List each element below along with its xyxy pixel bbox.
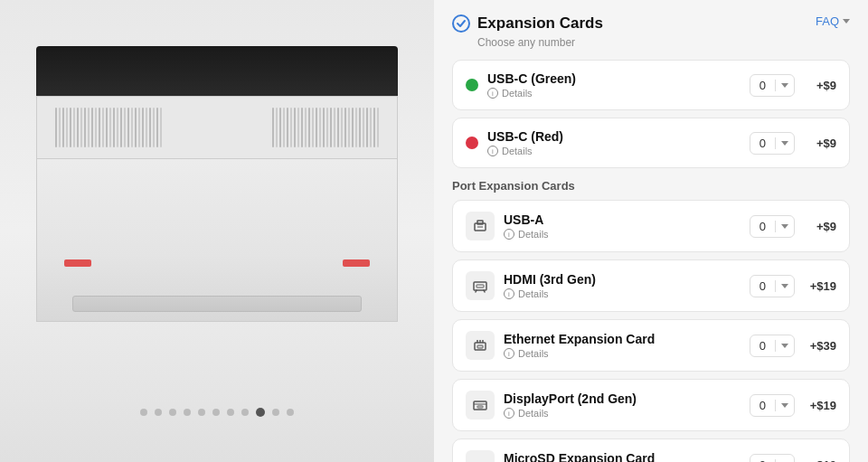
usb-a-details-link[interactable]: Details [518, 229, 549, 240]
usb-c-red-price: +$9 [804, 137, 836, 150]
svg-rect-3 [474, 282, 486, 290]
usb-a-price: +$9 [804, 220, 836, 233]
info-icon: i [504, 408, 514, 419]
info-icon: i [487, 146, 498, 156]
left-vent-group [55, 105, 162, 150]
red-dot-icon [466, 137, 478, 149]
microsd-qty-dropdown[interactable] [775, 459, 794, 463]
usb-a-qty-dropdown[interactable] [775, 221, 794, 232]
info-icon: i [504, 229, 514, 240]
info-icon: i [504, 348, 514, 359]
microsd-qty[interactable]: 0 [750, 454, 795, 463]
displayport-details: i Details [504, 408, 741, 419]
dot-4[interactable] [184, 409, 191, 416]
dot-10[interactable] [272, 409, 279, 416]
laptop-lid [36, 46, 398, 96]
ethernet-details: i Details [504, 348, 741, 359]
expansion-cards-panel: Expansion Cards FAQ Choose any number US… [434, 0, 868, 462]
check-circle-icon [452, 14, 470, 33]
svg-rect-1 [477, 221, 483, 224]
usb-c-green-price: +$9 [804, 79, 836, 92]
displayport-qty-value: 0 [750, 395, 775, 416]
usb-c-green-qty[interactable]: 0 [750, 74, 795, 97]
ethernet-name: Ethernet Expansion Card [504, 332, 741, 346]
checkmark-svg [456, 18, 467, 29]
usb-c-red-card: USB-C (Red) i Details 0 +$9 [452, 118, 850, 168]
microsd-price: +$19 [804, 458, 836, 463]
hdmi-details-link[interactable]: Details [518, 288, 549, 299]
dot-9[interactable] [256, 408, 265, 417]
dot-5[interactable] [198, 409, 205, 416]
usb-c-green-info: USB-C (Green) i Details [487, 71, 741, 99]
usb-c-red-info: USB-C (Red) i Details [487, 129, 741, 156]
section-subtitle: Choose any number [477, 36, 850, 49]
displayport-card: DisplayPort (2nd Gen) i Details 0 +$19 [452, 379, 850, 431]
chevron-down-icon [781, 141, 788, 146]
usb-c-red-qty-dropdown[interactable] [775, 137, 794, 149]
ethernet-qty-value: 0 [750, 335, 775, 356]
hdmi-card: HDMI (3rd Gen) i Details 0 +$19 [452, 259, 850, 312]
usb-c-red-details-link[interactable]: Details [502, 146, 533, 156]
chevron-down-icon [781, 83, 788, 88]
usb-a-qty-value: 0 [750, 216, 775, 237]
usb-c-red-qty[interactable]: 0 [750, 132, 795, 155]
chevron-down-icon [781, 224, 788, 229]
trackpad [72, 296, 362, 312]
faq-label: FAQ [816, 14, 839, 28]
usb-c-green-details-link[interactable]: Details [502, 88, 533, 99]
faq-link[interactable]: FAQ [816, 14, 850, 28]
ethernet-info: Ethernet Expansion Card i Details [504, 332, 741, 359]
displayport-details-link[interactable]: Details [518, 408, 549, 419]
usb-a-qty[interactable]: 0 [750, 215, 795, 238]
dot-7[interactable] [227, 409, 234, 416]
displayport-qty[interactable]: 0 [750, 394, 795, 417]
ethernet-qty[interactable]: 0 [750, 335, 795, 357]
ethernet-icon [466, 331, 495, 360]
chevron-down-icon [781, 344, 788, 348]
ethernet-qty-dropdown[interactable] [775, 340, 794, 352]
microsd-info: MicroSD Expansion Card i Details [504, 451, 741, 462]
pagination-dots [140, 408, 294, 417]
dot-2[interactable] [155, 409, 162, 416]
info-icon: i [487, 88, 498, 99]
svg-rect-4 [476, 285, 484, 288]
dot-8[interactable] [241, 409, 249, 416]
usb-c-red-name: USB-C (Red) [487, 129, 741, 144]
hdmi-info: HDMI (3rd Gen) i Details [504, 272, 741, 299]
usb-c-green-details: i Details [487, 88, 741, 99]
svg-rect-11 [477, 406, 483, 408]
laptop-image [27, 46, 407, 390]
displayport-qty-dropdown[interactable] [775, 400, 794, 411]
usb-c-red-qty-value: 0 [750, 133, 775, 154]
displayport-price: +$19 [804, 399, 836, 412]
right-vent-group [272, 105, 379, 150]
ethernet-details-link[interactable]: Details [518, 348, 549, 359]
hdmi-details: i Details [504, 288, 741, 299]
usb-a-card: USB-A i Details 0 +$9 [452, 200, 850, 252]
microsd-qty-value: 0 [750, 455, 775, 463]
port-expansion-section-title: Port Expansion Cards [452, 179, 850, 193]
hdmi-qty-dropdown[interactable] [775, 280, 794, 292]
green-dot-icon [466, 79, 478, 91]
chevron-down-icon [781, 284, 788, 288]
usb-c-red-details: i Details [487, 146, 741, 156]
section-title-wrapper: Expansion Cards [452, 14, 603, 33]
usb-c-green-qty-value: 0 [750, 75, 775, 96]
ethernet-price: +$39 [804, 339, 836, 353]
microsd-icon: — [466, 450, 495, 462]
chevron-down-icon [843, 19, 850, 24]
ethernet-card: Ethernet Expansion Card i Details 0 +$39 [452, 319, 850, 372]
dot-11[interactable] [287, 409, 294, 416]
usb-a-name: USB-A [504, 212, 741, 227]
usb-c-green-qty-dropdown[interactable] [775, 80, 794, 91]
accent-bar-left [64, 259, 91, 267]
dot-3[interactable] [169, 409, 176, 416]
hdmi-qty-value: 0 [750, 276, 775, 297]
dot-6[interactable] [212, 409, 220, 416]
displayport-info: DisplayPort (2nd Gen) i Details [504, 391, 741, 419]
microsd-name: MicroSD Expansion Card [504, 451, 741, 462]
hdmi-qty[interactable]: 0 [750, 275, 795, 297]
accent-bar-right [343, 259, 370, 267]
dot-1[interactable] [140, 409, 147, 416]
displayport-icon [466, 391, 495, 420]
